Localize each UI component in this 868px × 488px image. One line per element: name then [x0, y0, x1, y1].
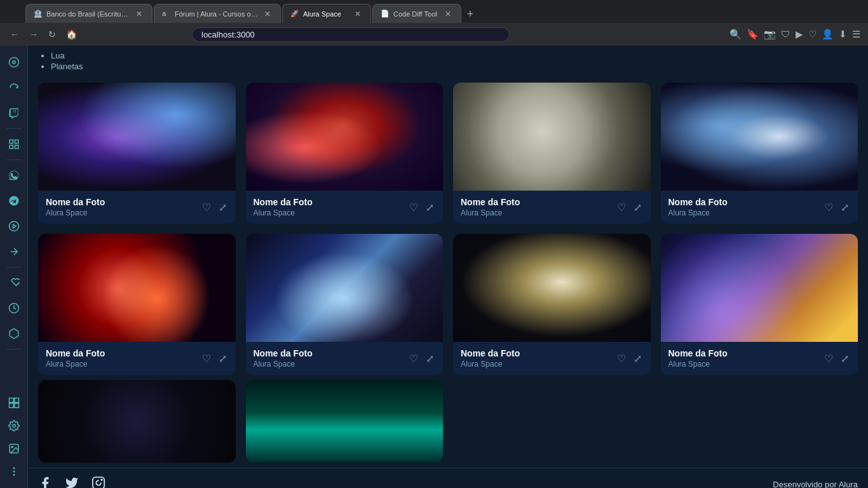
photo-info-6: Nome da Foto Alura Space ♡ ⤢	[246, 342, 444, 375]
browser-layout: Lua Planetas Nome da Foto Alura Space ♡ …	[0, 46, 868, 488]
photo-author-8: Alura Space	[668, 360, 824, 369]
photo-author-3: Alura Space	[461, 208, 616, 217]
photo-name-3: Nome da Foto	[461, 197, 616, 207]
photo-card-5[interactable]: Nome da Foto Alura Space ♡ ⤢	[38, 234, 236, 375]
photo-actions-6: ♡ ⤢	[408, 351, 435, 366]
like-button-1[interactable]: ♡	[201, 200, 212, 215]
photo-card-6[interactable]: Nome da Foto Alura Space ♡ ⤢	[246, 234, 444, 375]
sidebar-icon-refresh[interactable]	[3, 76, 25, 99]
photo-card-partial[interactable]	[38, 380, 236, 463]
expand-button-8[interactable]: ⤢	[839, 351, 850, 366]
photo-text-2: Nome da Foto Alura Space	[254, 197, 409, 217]
sidebar-icon-cube[interactable]	[3, 322, 25, 345]
sidebar-icon-settings[interactable]	[3, 414, 25, 437]
svg-point-0	[9, 58, 18, 67]
sidebar-icon-image[interactable]	[3, 437, 25, 460]
like-button-3[interactable]: ♡	[616, 200, 627, 215]
photo-card-1[interactable]: Nome da Foto Alura Space ♡ ⤢	[38, 83, 236, 224]
photo-card-2[interactable]: Nome da Foto Alura Space ♡ ⤢	[246, 83, 444, 224]
sidebar-icon-play[interactable]	[3, 215, 25, 238]
nav-item-lua[interactable]: Lua	[51, 51, 858, 60]
search-icon[interactable]: 🔍	[729, 29, 742, 40]
tab-close-button[interactable]: ✕	[134, 9, 144, 19]
sidebar-icon-grid[interactable]	[3, 391, 25, 414]
photo-card-3[interactable]: Nome da Foto Alura Space ♡ ⤢	[453, 83, 651, 224]
photo-image-4	[661, 83, 858, 191]
new-tab-button[interactable]: +	[461, 5, 479, 23]
svg-rect-4	[10, 146, 13, 149]
sidebar-divider-1	[6, 128, 22, 129]
sidebar-divider-4	[6, 349, 22, 349]
photo-card-partial-2[interactable]	[246, 380, 444, 463]
home-button[interactable]: 🏠	[64, 27, 79, 42]
bookmark-icon[interactable]: 🔖	[747, 29, 759, 40]
play-icon[interactable]: ▶	[796, 29, 803, 40]
facebook-icon[interactable]	[38, 476, 52, 488]
tab-tab3[interactable]: 🚀 Alura Space ✕	[282, 4, 371, 23]
sidebar-icon-telegram[interactable]	[3, 189, 25, 212]
photo-card-4[interactable]: Nome da Foto Alura Space ♡ ⤢	[661, 83, 858, 224]
sidebar-icon-whatsapp[interactable]	[3, 164, 25, 187]
sidebar-icon-heart[interactable]	[3, 271, 25, 294]
photo-name-2: Nome da Foto	[254, 197, 409, 207]
twitter-icon[interactable]	[65, 476, 79, 488]
photo-actions-7: ♡ ⤢	[616, 351, 643, 366]
photo-name-4: Nome da Foto	[668, 197, 824, 207]
like-button-7[interactable]: ♡	[616, 351, 627, 366]
photo-name-8: Nome da Foto	[668, 348, 824, 358]
user-icon[interactable]: 👤	[822, 29, 834, 40]
like-button-4[interactable]: ♡	[823, 200, 834, 215]
tab-tab1[interactable]: 🏦 Banco do Brasil (Escriturári... ✕	[25, 4, 153, 23]
photo-actions-1: ♡ ⤢	[201, 200, 228, 215]
svg-rect-11	[14, 398, 18, 403]
heart-icon[interactable]: ♡	[808, 29, 817, 40]
menu-icon[interactable]: ☰	[852, 29, 860, 40]
photo-image-3	[453, 83, 651, 191]
expand-button-2[interactable]: ⤢	[424, 200, 435, 215]
photo-card-8[interactable]: Nome da Foto Alura Space ♡ ⤢	[661, 234, 858, 375]
tab-close-button[interactable]: ✕	[262, 9, 273, 19]
photo-name-6: Nome da Foto	[254, 348, 409, 358]
like-button-2[interactable]: ♡	[408, 200, 419, 215]
expand-button-5[interactable]: ⤢	[217, 351, 228, 366]
sidebar-icon-more[interactable]	[3, 460, 25, 483]
tab-tab4[interactable]: 📄 Code Diff Tool ✕	[372, 4, 461, 23]
sidebar-icon-twitch[interactable]	[3, 102, 25, 125]
expand-button-4[interactable]: ⤢	[839, 200, 850, 215]
photo-author-1: Alura Space	[46, 208, 201, 217]
tab-close-button[interactable]: ✕	[443, 9, 453, 19]
expand-button-6[interactable]: ⤢	[424, 351, 435, 366]
browser-chrome: 🏦 Banco do Brasil (Escriturári... ✕ a Fó…	[0, 0, 868, 46]
photo-grid: Nome da Foto Alura Space ♡ ⤢ Nome da Fot…	[28, 72, 868, 380]
instagram-icon[interactable]	[92, 476, 105, 488]
photo-image-5	[38, 234, 236, 342]
photo-card-7[interactable]: Nome da Foto Alura Space ♡ ⤢	[453, 234, 651, 375]
tab-tab2[interactable]: a Fórum | Alura - Cursos onli... ✕	[154, 4, 281, 23]
back-button[interactable]: ←	[8, 27, 22, 42]
forward-button[interactable]: →	[27, 27, 41, 42]
sidebar-icon-clock[interactable]	[3, 297, 25, 320]
expand-button-1[interactable]: ⤢	[217, 200, 228, 215]
svg-rect-2	[10, 140, 13, 143]
expand-button-7[interactable]: ⤢	[632, 351, 643, 366]
svg-rect-12	[9, 403, 13, 408]
svg-point-19	[13, 475, 15, 476]
svg-point-21	[101, 479, 102, 480]
tab-close-button[interactable]: ✕	[353, 9, 363, 19]
photo-text-6: Nome da Foto Alura Space	[254, 348, 409, 369]
photo-author-6: Alura Space	[254, 360, 409, 369]
shield-icon[interactable]: 🛡	[781, 29, 790, 40]
like-button-6[interactable]: ♡	[408, 351, 419, 366]
sidebar-icon-app[interactable]	[3, 133, 25, 156]
like-button-8[interactable]: ♡	[823, 351, 834, 366]
sidebar-icon-home[interactable]	[3, 51, 25, 74]
sidebar-icon-arrow[interactable]	[3, 240, 25, 263]
nav-item-planetas[interactable]: Planetas	[51, 62, 858, 71]
download-icon[interactable]: ⬇	[839, 29, 847, 40]
like-button-5[interactable]: ♡	[201, 351, 212, 366]
expand-button-3[interactable]: ⤢	[632, 200, 643, 215]
address-input[interactable]	[192, 27, 510, 42]
photo-info-3: Nome da Foto Alura Space ♡ ⤢	[453, 191, 651, 224]
camera-icon[interactable]: 📷	[764, 29, 776, 40]
reload-button[interactable]: ↻	[46, 27, 58, 42]
